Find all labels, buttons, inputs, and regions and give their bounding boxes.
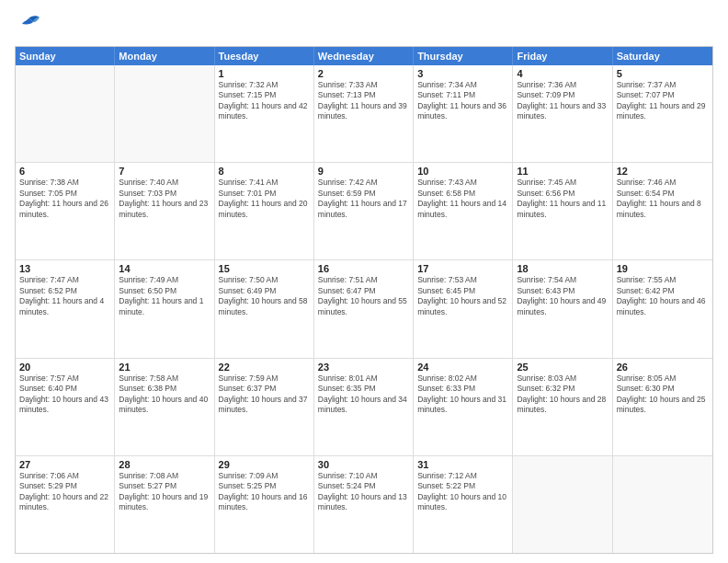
day-number: 12: [617, 166, 709, 177]
day-info: Sunrise: 7:46 AMSunset: 6:54 PMDaylight:…: [617, 178, 709, 220]
day-info: Sunrise: 8:02 AMSunset: 6:33 PMDaylight:…: [417, 373, 508, 416]
day-number: 3: [417, 68, 508, 79]
day-cell-2: 2Sunrise: 7:33 AMSunset: 7:13 PMDaylight…: [314, 65, 414, 162]
day-number: 18: [517, 263, 608, 274]
weekday-header-saturday: Saturday: [613, 47, 712, 65]
day-cell-24: 24Sunrise: 8:02 AMSunset: 6:33 PMDayligh…: [414, 359, 513, 455]
calendar-week-4: 20Sunrise: 7:57 AMSunset: 6:40 PMDayligh…: [16, 359, 712, 456]
day-info: Sunrise: 7:47 AMSunset: 6:52 PMDaylight:…: [19, 275, 110, 317]
day-number: 20: [19, 362, 110, 373]
day-number: 27: [19, 459, 110, 470]
day-info: Sunrise: 7:38 AMSunset: 7:05 PMDaylight:…: [19, 178, 110, 220]
day-info: Sunrise: 7:36 AMSunset: 7:09 PMDaylight:…: [517, 80, 608, 122]
day-number: 26: [617, 362, 709, 373]
day-number: 14: [119, 263, 210, 274]
day-info: Sunrise: 7:57 AMSunset: 6:40 PMDaylight:…: [19, 373, 110, 416]
day-number: 5: [617, 68, 709, 79]
weekday-header-tuesday: Tuesday: [215, 47, 314, 65]
day-cell-15: 15Sunrise: 7:50 AMSunset: 6:49 PMDayligh…: [215, 260, 314, 357]
day-number: 29: [219, 459, 310, 470]
day-info: Sunrise: 7:54 AMSunset: 6:43 PMDaylight:…: [517, 275, 608, 317]
day-cell-22: 22Sunrise: 7:59 AMSunset: 6:37 PMDayligh…: [215, 359, 314, 455]
day-number: 31: [417, 459, 508, 470]
day-info: Sunrise: 7:33 AMSunset: 7:13 PMDaylight:…: [318, 80, 409, 122]
day-number: 22: [219, 362, 310, 373]
day-cell-16: 16Sunrise: 7:51 AMSunset: 6:47 PMDayligh…: [314, 260, 414, 357]
day-cell-25: 25Sunrise: 8:03 AMSunset: 6:32 PMDayligh…: [513, 359, 612, 455]
day-cell-26: 26Sunrise: 8:05 AMSunset: 6:30 PMDayligh…: [613, 359, 712, 455]
page-header: [15, 11, 713, 39]
day-cell-4: 4Sunrise: 7:36 AMSunset: 7:09 PMDaylight…: [513, 65, 612, 162]
day-cell-5: 5Sunrise: 7:37 AMSunset: 7:07 PMDaylight…: [613, 65, 712, 162]
day-cell-14: 14Sunrise: 7:49 AMSunset: 6:50 PMDayligh…: [115, 260, 214, 357]
day-info: Sunrise: 7:10 AMSunset: 5:24 PMDaylight:…: [318, 471, 409, 513]
weekday-header-monday: Monday: [115, 47, 214, 65]
day-cell-28: 28Sunrise: 7:08 AMSunset: 5:27 PMDayligh…: [115, 456, 214, 553]
calendar-page: SundayMondayTuesdayWednesdayThursdayFrid…: [0, 0, 728, 563]
day-number: 21: [119, 362, 210, 373]
day-cell-23: 23Sunrise: 8:01 AMSunset: 6:35 PMDayligh…: [314, 359, 414, 455]
day-info: Sunrise: 7:50 AMSunset: 6:49 PMDaylight:…: [219, 275, 310, 317]
day-info: Sunrise: 7:37 AMSunset: 7:07 PMDaylight:…: [617, 80, 709, 122]
day-info: Sunrise: 7:43 AMSunset: 6:58 PMDaylight:…: [417, 178, 508, 220]
weekday-header-thursday: Thursday: [414, 47, 513, 65]
day-number: 7: [119, 166, 210, 177]
day-info: Sunrise: 7:09 AMSunset: 5:25 PMDaylight:…: [219, 471, 310, 513]
calendar-week-5: 27Sunrise: 7:06 AMSunset: 5:29 PMDayligh…: [16, 456, 712, 553]
day-info: Sunrise: 7:49 AMSunset: 6:50 PMDaylight:…: [119, 275, 210, 317]
day-cell-11: 11Sunrise: 7:45 AMSunset: 6:56 PMDayligh…: [513, 163, 612, 259]
day-cell-12: 12Sunrise: 7:46 AMSunset: 6:54 PMDayligh…: [613, 163, 712, 259]
calendar-body: 1Sunrise: 7:32 AMSunset: 7:15 PMDaylight…: [16, 65, 712, 553]
day-number: 10: [417, 166, 508, 177]
day-info: Sunrise: 7:08 AMSunset: 5:27 PMDaylight:…: [119, 471, 210, 513]
day-cell-27: 27Sunrise: 7:06 AMSunset: 5:29 PMDayligh…: [16, 456, 115, 553]
day-cell-21: 21Sunrise: 7:58 AMSunset: 6:38 PMDayligh…: [115, 359, 214, 455]
day-info: Sunrise: 7:42 AMSunset: 6:59 PMDaylight:…: [318, 178, 409, 220]
day-cell-6: 6Sunrise: 7:38 AMSunset: 7:05 PMDaylight…: [16, 163, 115, 259]
day-info: Sunrise: 7:34 AMSunset: 7:11 PMDaylight:…: [417, 80, 508, 122]
day-cell-10: 10Sunrise: 7:43 AMSunset: 6:58 PMDayligh…: [414, 163, 513, 259]
calendar-grid: SundayMondayTuesdayWednesdayThursdayFrid…: [15, 46, 713, 554]
day-cell-13: 13Sunrise: 7:47 AMSunset: 6:52 PMDayligh…: [16, 260, 115, 357]
day-number: 15: [219, 263, 310, 274]
day-number: 19: [617, 263, 709, 274]
day-number: 28: [119, 459, 210, 470]
day-number: 16: [318, 263, 409, 274]
weekday-header-wednesday: Wednesday: [314, 47, 414, 65]
day-cell-3: 3Sunrise: 7:34 AMSunset: 7:11 PMDaylight…: [414, 65, 513, 162]
calendar-week-3: 13Sunrise: 7:47 AMSunset: 6:52 PMDayligh…: [16, 260, 712, 358]
day-info: Sunrise: 7:45 AMSunset: 6:56 PMDaylight:…: [517, 178, 608, 220]
day-number: 6: [19, 166, 110, 177]
day-cell-8: 8Sunrise: 7:41 AMSunset: 7:01 PMDaylight…: [215, 163, 314, 259]
day-number: 24: [417, 362, 508, 373]
calendar-week-2: 6Sunrise: 7:38 AMSunset: 7:05 PMDaylight…: [16, 163, 712, 260]
day-number: 17: [417, 263, 508, 274]
day-cell-empty: [513, 456, 612, 553]
day-info: Sunrise: 8:03 AMSunset: 6:32 PMDaylight:…: [517, 373, 608, 416]
day-cell-1: 1Sunrise: 7:32 AMSunset: 7:15 PMDaylight…: [215, 65, 314, 162]
day-cell-9: 9Sunrise: 7:42 AMSunset: 6:59 PMDaylight…: [314, 163, 414, 259]
day-cell-31: 31Sunrise: 7:12 AMSunset: 5:22 PMDayligh…: [414, 456, 513, 553]
day-cell-18: 18Sunrise: 7:54 AMSunset: 6:43 PMDayligh…: [513, 260, 612, 357]
day-number: 8: [219, 166, 310, 177]
day-info: Sunrise: 7:06 AMSunset: 5:29 PMDaylight:…: [19, 471, 110, 513]
day-info: Sunrise: 7:12 AMSunset: 5:22 PMDaylight:…: [417, 471, 508, 513]
day-number: 25: [517, 362, 608, 373]
day-info: Sunrise: 7:40 AMSunset: 7:03 PMDaylight:…: [119, 178, 210, 220]
day-cell-empty: [115, 65, 214, 162]
weekday-header-friday: Friday: [513, 47, 612, 65]
weekday-header-sunday: Sunday: [16, 47, 115, 65]
day-info: Sunrise: 7:41 AMSunset: 7:01 PMDaylight:…: [219, 178, 310, 220]
day-info: Sunrise: 7:55 AMSunset: 6:42 PMDaylight:…: [617, 275, 709, 317]
day-cell-17: 17Sunrise: 7:53 AMSunset: 6:45 PMDayligh…: [414, 260, 513, 357]
day-number: 2: [318, 68, 409, 79]
day-number: 11: [517, 166, 608, 177]
day-info: Sunrise: 7:53 AMSunset: 6:45 PMDaylight:…: [417, 275, 508, 317]
day-cell-30: 30Sunrise: 7:10 AMSunset: 5:24 PMDayligh…: [314, 456, 414, 553]
day-number: 4: [517, 68, 608, 79]
logo: [15, 11, 44, 39]
day-number: 1: [219, 68, 310, 79]
day-info: Sunrise: 7:32 AMSunset: 7:15 PMDaylight:…: [219, 80, 310, 122]
logo-icon: [15, 11, 42, 39]
day-info: Sunrise: 7:51 AMSunset: 6:47 PMDaylight:…: [318, 275, 409, 317]
